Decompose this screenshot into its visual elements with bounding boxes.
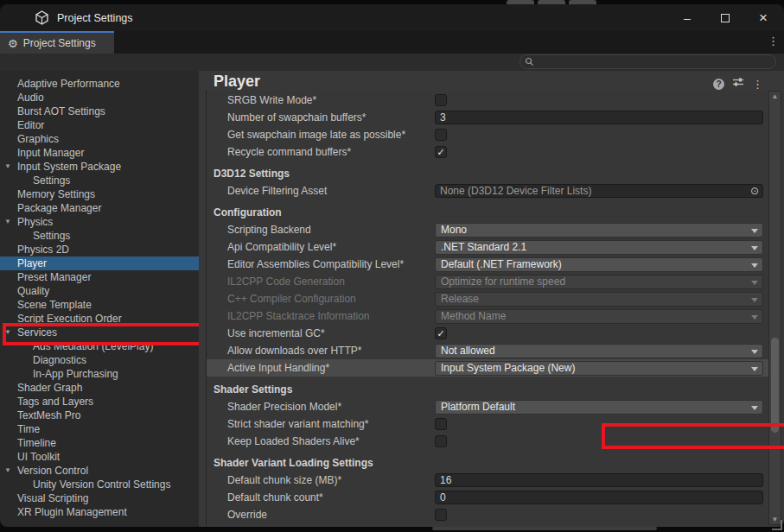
sidebar-item-burst-aot-settings[interactable]: Burst AOT Settings bbox=[0, 104, 199, 118]
dropdown[interactable]: Mono bbox=[435, 223, 763, 238]
sidebar-item-tags-and-layers[interactable]: Tags and Layers bbox=[0, 395, 199, 408]
vertical-scrollbar[interactable]: ▲ ▼ bbox=[768, 91, 781, 525]
setting-label: Active Input Handling* bbox=[207, 362, 435, 374]
dropdown[interactable]: Platform Default bbox=[435, 400, 763, 415]
sidebar-item-input-system-package[interactable]: ▼Input System Package bbox=[0, 160, 199, 174]
text-input-value: 16 bbox=[440, 474, 451, 486]
presets-icon[interactable] bbox=[732, 76, 744, 92]
setting-row-override: Override bbox=[207, 506, 771, 523]
sidebar-item-settings[interactable]: Settings bbox=[0, 229, 199, 243]
sidebar-item-physics[interactable]: ▼Physics bbox=[0, 215, 199, 229]
dropdown[interactable]: Input System Package (New) bbox=[435, 361, 763, 376]
text-input[interactable]: 16 bbox=[435, 473, 763, 487]
sidebar-item-diagnostics[interactable]: Diagnostics bbox=[0, 353, 199, 367]
setting-row-api-compatibility-level-: Api Compatibility Level*.NET Standard 2.… bbox=[207, 238, 771, 256]
object-field[interactable]: None (D3D12 Device Filter Lists)⊙ bbox=[435, 184, 763, 198]
sidebar-item-xr-plugin-management[interactable]: XR Plugin Management bbox=[0, 505, 199, 519]
sidebar-item-in-app-purchasing[interactable]: In-App Purchasing bbox=[0, 367, 199, 381]
sidebar-item-label: Ads Mediation (LevelPlay) bbox=[33, 340, 153, 352]
setting-row-recycle-command-buffers-: Recycle command buffers*✓ bbox=[207, 143, 771, 161]
sidebar-item-editor[interactable]: Editor bbox=[0, 118, 199, 132]
setting-control: Method Name bbox=[435, 309, 763, 324]
sidebar-item-graphics[interactable]: Graphics bbox=[0, 132, 199, 146]
setting-control bbox=[435, 509, 763, 521]
sidebar-item-label: Unity Version Control Settings bbox=[33, 478, 170, 491]
sidebar-item-input-manager[interactable]: Input Manager bbox=[0, 146, 199, 160]
sidebar-item-time[interactable]: Time bbox=[0, 422, 199, 436]
text-input[interactable]: 3 bbox=[435, 111, 763, 124]
foldout-arrow-icon[interactable]: ▼ bbox=[4, 215, 11, 229]
close-button[interactable]: × bbox=[744, 4, 782, 31]
setting-label: Editor Assemblies Compatibility Level* bbox=[207, 258, 435, 270]
tab-menu-icon[interactable]: ⋮ bbox=[768, 35, 779, 48]
sidebar-item-label: Services bbox=[17, 326, 57, 339]
sidebar-item-script-execution-order[interactable]: Script Execution Order bbox=[0, 312, 199, 326]
screen: Project Settings – × ⚙ Project Settings … bbox=[0, 0, 784, 532]
dropdown-value: .NET Standard 2.1 bbox=[441, 241, 526, 253]
sidebar-item-shader-graph[interactable]: Shader Graph bbox=[0, 381, 199, 395]
sidebar-item-package-manager[interactable]: Package Manager bbox=[0, 201, 199, 215]
setting-label: Scripting Backend bbox=[207, 224, 435, 236]
setting-control: Optimize for runtime speed bbox=[435, 275, 763, 289]
minimize-button[interactable]: – bbox=[668, 4, 706, 31]
checkbox-unchecked[interactable] bbox=[435, 435, 447, 447]
foldout-arrow-icon[interactable]: ▼ bbox=[4, 160, 11, 174]
sidebar-item-label: Settings bbox=[33, 230, 70, 242]
sidebar-item-unity-version-control-settings[interactable]: Unity Version Control Settings bbox=[0, 478, 199, 491]
setting-label: Get swapchain image late as possible* bbox=[207, 129, 435, 141]
setting-row-srgb-write-mode-: SRGB Write Mode* bbox=[207, 92, 771, 109]
scrollbar-thumb[interactable] bbox=[771, 338, 779, 433]
maximize-button[interactable] bbox=[706, 4, 744, 31]
checkbox-unchecked[interactable] bbox=[435, 129, 447, 141]
sidebar-item-services[interactable]: ▼Services bbox=[0, 326, 199, 339]
scroll-up-icon[interactable]: ▲ bbox=[769, 92, 781, 100]
sidebar-item-settings[interactable]: Settings bbox=[0, 174, 199, 187]
resize-grip[interactable] bbox=[772, 520, 782, 530]
panel-header: Player ? ⋮ bbox=[199, 71, 784, 92]
sidebar-item-ui-toolkit[interactable]: UI Toolkit bbox=[0, 450, 199, 464]
sidebar-item-visual-scripting[interactable]: Visual Scripting bbox=[0, 491, 199, 505]
dropdown[interactable]: Not allowed bbox=[435, 344, 763, 358]
dropdown: Release bbox=[435, 292, 763, 307]
checkbox-unchecked[interactable] bbox=[435, 418, 447, 430]
sidebar-item-player[interactable]: Player bbox=[0, 256, 199, 270]
checkbox-unchecked[interactable] bbox=[435, 94, 447, 106]
sidebar-item-memory-settings[interactable]: Memory Settings bbox=[0, 187, 199, 201]
sidebar-item-version-control[interactable]: ▼Version Control bbox=[0, 464, 199, 478]
sidebar-item-adaptive-performance[interactable]: Adaptive Performance bbox=[0, 77, 199, 91]
checkbox-checked[interactable]: ✓ bbox=[435, 327, 447, 339]
sidebar-item-audio[interactable]: Audio bbox=[0, 91, 199, 104]
sidebar-item-scene-template[interactable]: Scene Template bbox=[0, 298, 199, 312]
foldout-arrow-icon[interactable]: ▼ bbox=[4, 326, 11, 339]
setting-control: .NET Standard 2.1 bbox=[435, 240, 763, 255]
checkbox-unchecked[interactable] bbox=[435, 509, 447, 521]
checkbox-checked[interactable]: ✓ bbox=[435, 146, 447, 158]
dropdown[interactable]: .NET Standard 2.1 bbox=[435, 240, 763, 255]
dropdown-value: Default (.NET Framework) bbox=[441, 258, 562, 270]
setting-control: 3 bbox=[435, 111, 763, 124]
help-icon[interactable]: ? bbox=[713, 79, 724, 90]
sidebar-item-label: Visual Scripting bbox=[17, 492, 89, 504]
dropdown[interactable]: Default (.NET Framework) bbox=[435, 257, 763, 272]
sidebar-item-timeline[interactable]: Timeline bbox=[0, 436, 199, 450]
text-input[interactable]: 0 bbox=[435, 491, 763, 504]
setting-control: Mono bbox=[435, 223, 763, 238]
sidebar-item-preset-manager[interactable]: Preset Manager bbox=[0, 270, 199, 284]
sidebar-item-quality[interactable]: Quality bbox=[0, 284, 199, 298]
foldout-arrow-icon[interactable]: ▼ bbox=[4, 464, 11, 478]
sidebar-item-textmesh-pro[interactable]: TextMesh Pro bbox=[0, 408, 199, 422]
object-picker-icon[interactable]: ⊙ bbox=[748, 185, 762, 197]
search-input[interactable] bbox=[519, 54, 776, 69]
chevron-down-icon bbox=[751, 246, 758, 250]
setting-control: Default (.NET Framework) bbox=[435, 257, 763, 272]
setting-control bbox=[435, 129, 763, 141]
sidebar-item-label: Diagnostics bbox=[33, 354, 86, 366]
tab-project-settings[interactable]: ⚙ Project Settings bbox=[0, 31, 114, 54]
sidebar-item-physics-2d[interactable]: Physics 2D bbox=[0, 243, 199, 256]
setting-label: SRGB Write Mode* bbox=[207, 94, 435, 106]
horizontal-scrollbar-thumb[interactable] bbox=[432, 527, 657, 530]
setting-label: Allow downloads over HTTP* bbox=[207, 345, 435, 357]
sidebar-item-ads-mediation-levelplay-[interactable]: Ads Mediation (LevelPlay) bbox=[0, 339, 199, 353]
setting-label: C++ Compiler Configuration bbox=[207, 293, 435, 305]
panel-menu-icon[interactable]: ⋮ bbox=[752, 79, 763, 90]
